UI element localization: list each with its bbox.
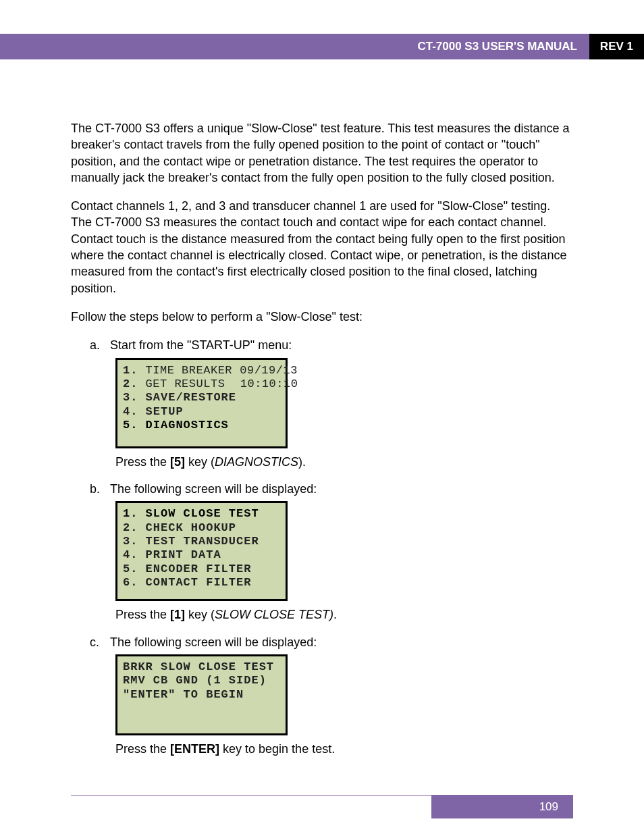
step-b-instruction: Press the [1] key (SLOW CLOSE TEST).	[115, 606, 573, 623]
key-enter: [ENTER]	[170, 742, 219, 756]
intro-paragraph-2: Contact channels 1, 2, and 3 and transdu…	[71, 198, 573, 296]
diag-label-a: DIAGNOSTICS	[215, 455, 298, 469]
page-number: 109	[539, 800, 558, 814]
lcd-screen-slowclose: BRKR SLOW CLOSE TESTRMV CB GND (1 SIDE)"…	[115, 654, 288, 735]
steps-list: a.Start from the "START-UP" menu: 1. TIM…	[71, 337, 573, 757]
lcd-b-line1: 1. SLOW CLOSE TEST	[123, 507, 280, 521]
step-c: c.The following screen will be displayed…	[90, 634, 573, 758]
header-rev: REV 1	[600, 40, 633, 53]
step-c-marker: c.	[90, 634, 110, 650]
lcd-c-line1: BRKR SLOW CLOSE TEST	[123, 660, 280, 674]
lcd-b-line6: 6. CONTACT FILTER	[123, 576, 280, 590]
footer-page-box: 109	[431, 796, 573, 818]
lcd-b-line2: 2. CHECK HOOKUP	[123, 521, 280, 535]
step-a-instruction: Press the [5] key (DIAGNOSTICS).	[115, 454, 573, 470]
lcd-b-line3: 3. TEST TRANSDUCER	[123, 535, 280, 548]
lcd-screen-startup: 1. TIME BREAKER 09/19/132. GET RESULTS 1…	[115, 358, 288, 448]
lcd-c-line5: "ENTER" TO BEGIN	[123, 688, 280, 702]
step-b: b.The following screen will be displayed…	[90, 481, 573, 623]
diag-label-b: SLOW CLOSE TEST)	[215, 608, 333, 621]
lcd-screen-diagnostics: 1. SLOW CLOSE TEST2. CHECK HOOKUP3. TEST…	[115, 501, 288, 601]
lcd-a-line4: 4. SETUP	[123, 405, 280, 419]
header-title: CT-7000 S3 USER'S MANUAL	[417, 40, 576, 53]
step-c-instruction: Press the [ENTER] key to begin the test.	[115, 741, 573, 757]
header-title-bar: CT-7000 S3 USER'S MANUAL	[0, 34, 589, 59]
key-5: [5]	[170, 455, 185, 469]
step-a-text: Start from the "START-UP" menu:	[110, 338, 292, 352]
intro-paragraph-1: The CT-7000 S3 offers a unique "Slow-Clo…	[71, 120, 573, 186]
page-content: The CT-7000 S3 offers a unique "Slow-Clo…	[0, 59, 644, 795]
step-b-text: The following screen will be displayed:	[110, 482, 317, 496]
header-rev-box: REV 1	[589, 34, 644, 59]
intro-paragraph-3: Follow the steps below to perform a "Slo…	[71, 309, 573, 325]
key-1: [1]	[170, 608, 185, 621]
lcd-a-line5: 5. DIAGNOSTICS	[123, 419, 280, 432]
step-c-text: The following screen will be displayed:	[110, 635, 317, 649]
step-a-marker: a.	[90, 337, 110, 353]
lcd-b-line4: 4. PRINT DATA	[123, 548, 280, 562]
footer-spacer	[71, 796, 431, 818]
step-a: a.Start from the "START-UP" menu: 1. TIM…	[90, 337, 573, 470]
lcd-a-line1: 1. TIME BREAKER 09/19/13	[123, 364, 280, 377]
page-footer: 109	[71, 795, 573, 818]
lcd-c-line2: RMV CB GND (1 SIDE)	[123, 674, 280, 687]
lcd-a-line2: 2. GET RESULTS 10:10:10	[123, 377, 280, 391]
lcd-b-line5: 5. ENCODER FILTER	[123, 563, 280, 576]
step-b-marker: b.	[90, 481, 110, 497]
page-header: CT-7000 S3 USER'S MANUAL REV 1	[0, 34, 644, 59]
lcd-a-line3: 3. SAVE/RESTORE	[123, 391, 280, 405]
